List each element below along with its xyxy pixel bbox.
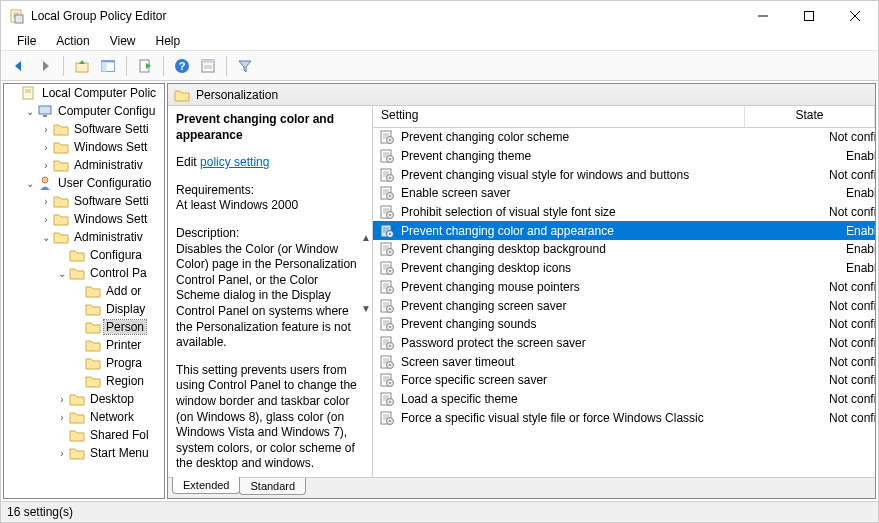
- expander-icon[interactable]: ›: [55, 412, 69, 423]
- setting-row[interactable]: Prevent changing desktop backgroundEnabl…: [373, 240, 875, 259]
- setting-state: Enabled: [803, 224, 875, 238]
- tree-cc-windows-settings[interactable]: ›Windows Sett: [4, 138, 164, 156]
- expander-icon[interactable]: ›: [39, 214, 53, 225]
- setting-row[interactable]: Force specific screen saverNot configure…: [373, 371, 875, 390]
- policy-setting-link[interactable]: policy setting: [200, 155, 269, 169]
- column-state[interactable]: State: [745, 106, 875, 127]
- svg-point-97: [389, 345, 391, 347]
- expander-icon[interactable]: ⌄: [23, 178, 37, 189]
- menu-help[interactable]: Help: [146, 32, 191, 50]
- setting-name: Force a specific visual style file or fo…: [401, 411, 803, 425]
- expander-icon[interactable]: ›: [39, 160, 53, 171]
- setting-row[interactable]: Prevent changing screen saverNot configu…: [373, 296, 875, 315]
- setting-state: Not configured: [803, 355, 875, 369]
- expander-icon[interactable]: ›: [39, 124, 53, 135]
- setting-row[interactable]: Prevent changing themeEnabled: [373, 147, 875, 166]
- back-button[interactable]: [7, 54, 31, 78]
- tree-start-menu[interactable]: ›Start Menu: [4, 444, 164, 462]
- tree-pane[interactable]: Local Computer Polic⌄Computer Configu›So…: [3, 83, 165, 499]
- toolbar-separator: [226, 56, 227, 76]
- forward-button[interactable]: [33, 54, 57, 78]
- tree-uc-windows-settings[interactable]: ›Windows Sett: [4, 210, 164, 228]
- details-pane: Personalization Prevent changing color a…: [167, 83, 876, 499]
- svg-point-91: [389, 326, 391, 328]
- menu-view[interactable]: View: [100, 32, 146, 50]
- tree-display[interactable]: Display: [4, 300, 164, 318]
- help-button[interactable]: ?: [170, 54, 194, 78]
- tree-uc-admin-templates[interactable]: ⌄Administrativ: [4, 228, 164, 246]
- setting-row[interactable]: Prevent changing color schemeNot configu…: [373, 128, 875, 147]
- setting-name: Screen saver timeout: [401, 355, 803, 369]
- tree-cc-software-settings[interactable]: ›Software Setti: [4, 120, 164, 138]
- export-list-button[interactable]: [133, 54, 157, 78]
- setting-row[interactable]: Load a specific themeNot configured: [373, 390, 875, 409]
- setting-row[interactable]: Prevent changing visual style for window…: [373, 165, 875, 184]
- policy-icon: [379, 223, 395, 239]
- svg-point-85: [389, 308, 391, 310]
- tree-regional[interactable]: Region: [4, 372, 164, 390]
- tree-uc-software-settings[interactable]: ›Software Setti: [4, 192, 164, 210]
- tree-label: Progra: [104, 356, 144, 370]
- setting-state: Not configured: [803, 336, 875, 350]
- tree-programs[interactable]: Progra: [4, 354, 164, 372]
- filter-button[interactable]: [233, 54, 257, 78]
- setting-row[interactable]: Prohibit selection of visual style font …: [373, 203, 875, 222]
- expander-icon[interactable]: ⌄: [39, 232, 53, 243]
- standard-tab[interactable]: Standard: [239, 478, 306, 495]
- tree-printers[interactable]: Printer: [4, 336, 164, 354]
- setting-row[interactable]: Password protect the screen saverNot con…: [373, 334, 875, 353]
- setting-row[interactable]: Prevent changing desktop iconsEnabled: [373, 259, 875, 278]
- scroll-down-arrow[interactable]: ▼: [361, 303, 371, 314]
- tree-desktop[interactable]: ›Desktop: [4, 390, 164, 408]
- folder-icon: [85, 373, 101, 389]
- maximize-button[interactable]: [786, 1, 832, 31]
- tree-user-configuration[interactable]: ⌄User Configuratio: [4, 174, 164, 192]
- tree-control-panel[interactable]: ⌄Control Pa: [4, 264, 164, 282]
- expander-icon[interactable]: ›: [55, 448, 69, 459]
- setting-row[interactable]: Prevent changing soundsNot configured: [373, 315, 875, 334]
- tree-label: Windows Sett: [72, 212, 149, 226]
- setting-row[interactable]: Prevent changing color and appearanceEna…: [373, 221, 875, 240]
- statusbar: 16 setting(s): [1, 502, 878, 522]
- setting-name: Load a specific theme: [401, 392, 803, 406]
- expander-icon[interactable]: ⌄: [55, 268, 69, 279]
- titlebar: Local Group Policy Editor: [1, 1, 878, 31]
- tree-add-or-remove[interactable]: Add or: [4, 282, 164, 300]
- tree-root[interactable]: Local Computer Polic: [4, 84, 164, 102]
- policy-icon: [379, 241, 395, 257]
- minimize-button[interactable]: [740, 1, 786, 31]
- column-setting[interactable]: Setting: [373, 106, 745, 127]
- extended-tab[interactable]: Extended: [172, 477, 240, 494]
- user-icon: [37, 175, 53, 191]
- menu-action[interactable]: Action: [46, 32, 99, 50]
- policy-icon: [379, 148, 395, 164]
- setting-row[interactable]: Force a specific visual style file or fo…: [373, 408, 875, 427]
- setting-row[interactable]: Enable screen saverEnabled: [373, 184, 875, 203]
- policy-icon: [379, 298, 395, 314]
- setting-row[interactable]: Screen saver timeoutNot configured: [373, 352, 875, 371]
- tree-cc-admin-templates[interactable]: ›Administrativ: [4, 156, 164, 174]
- policy-icon: [379, 279, 395, 295]
- folder-icon: [53, 157, 69, 173]
- properties-button[interactable]: [196, 54, 220, 78]
- expander-icon[interactable]: ›: [39, 196, 53, 207]
- tree-configura[interactable]: Configura: [4, 246, 164, 264]
- app-icon: [9, 8, 25, 24]
- up-button[interactable]: [70, 54, 94, 78]
- doc-icon: [21, 85, 37, 101]
- setting-row[interactable]: Prevent changing mouse pointersNot confi…: [373, 278, 875, 297]
- tree-computer-configuration[interactable]: ⌄Computer Configu: [4, 102, 164, 120]
- menu-file[interactable]: File: [7, 32, 46, 50]
- tree-label: Windows Sett: [72, 140, 149, 154]
- scroll-up-arrow[interactable]: ▲: [361, 232, 371, 243]
- description-body: Disables the Color (or Window Color) pag…: [176, 242, 357, 350]
- expander-icon[interactable]: ›: [55, 394, 69, 405]
- show-hide-tree-button[interactable]: [96, 54, 120, 78]
- close-button[interactable]: [832, 1, 878, 31]
- expander-icon[interactable]: ›: [39, 142, 53, 153]
- tree-shared-folders[interactable]: Shared Fol: [4, 426, 164, 444]
- setting-state: Enabled: [803, 261, 875, 275]
- expander-icon[interactable]: ⌄: [23, 106, 37, 117]
- tree-personalization[interactable]: Person: [4, 318, 164, 336]
- tree-network[interactable]: ›Network: [4, 408, 164, 426]
